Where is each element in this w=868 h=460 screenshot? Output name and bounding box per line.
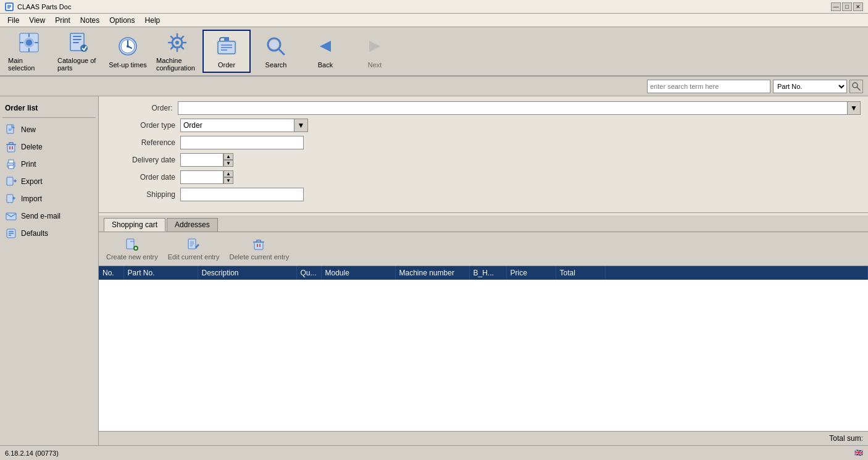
order-date-row: Order date ▲ ▼ [106, 170, 861, 184]
tab-addresses[interactable]: Addresses [167, 218, 218, 232]
edit-current-entry-button[interactable]: Edit current entry [165, 236, 222, 262]
order-type-dropdown: ▼ [180, 119, 308, 132]
col-quantity: Qu... [296, 266, 321, 280]
svg-point-18 [270, 41, 278, 48]
catalogue-icon [66, 31, 91, 54]
order-type-dropdown-button[interactable]: ▼ [294, 119, 308, 132]
search-dropdown[interactable]: Part No. Description Order No. [773, 80, 847, 93]
col-part-no: Part No. [123, 266, 198, 280]
order-type-label: Order type [106, 121, 180, 130]
delivery-date-down[interactable]: ▼ [223, 160, 233, 167]
col-price: Price [506, 266, 556, 280]
order-field-label: Order: [106, 104, 178, 112]
order-date-input[interactable] [180, 170, 223, 184]
shipping-row: Shipping [106, 188, 861, 201]
toolbar-back[interactable]: Back [301, 30, 349, 73]
order-row: Order: ▼ [106, 101, 861, 115]
toolbar-machine-config[interactable]: Machine configuration [153, 30, 201, 73]
search-go-button[interactable] [849, 80, 863, 93]
order-date-up[interactable]: ▲ [223, 170, 233, 177]
shipping-input[interactable] [180, 188, 304, 201]
status-bar: 6.18.2.14 (00773) 🇬🇧 [0, 445, 868, 460]
maximize-button[interactable]: □ [842, 2, 852, 11]
send-email-icon [5, 210, 17, 222]
toolbar-next: Next [351, 30, 399, 73]
content-area: Order: ▼ Order type ▼ Reference Delivery… [99, 96, 868, 445]
next-icon [362, 34, 387, 59]
svg-rect-33 [127, 239, 134, 249]
sidebar-item-defaults[interactable]: Defaults [2, 225, 96, 241]
export-icon [5, 175, 17, 188]
create-new-entry-button[interactable]: Create new entry [104, 236, 161, 262]
delete-current-entry-button[interactable]: Delete current entry [227, 236, 292, 262]
menu-help[interactable]: Help [140, 15, 165, 26]
col-extra [605, 266, 868, 280]
shipping-label: Shipping [106, 190, 180, 199]
close-button[interactable]: ✕ [853, 2, 863, 11]
main-layout: Order list New Delete [0, 96, 868, 445]
col-description: Description [198, 266, 296, 280]
delivery-date-row: Delivery date ▲ ▼ [106, 153, 861, 167]
total-sum-label: Total sum: [829, 434, 863, 443]
svg-rect-29 [7, 177, 13, 185]
delete-entry-icon [252, 237, 267, 252]
edit-entry-label: Edit current entry [168, 253, 220, 261]
toolbar-catalogue[interactable]: Catalogue of parts [54, 30, 102, 73]
toolbar-main-selection[interactable]: Main selection [5, 30, 53, 73]
menu-view[interactable]: View [24, 15, 50, 26]
back-label: Back [318, 61, 333, 69]
svg-rect-7 [73, 42, 79, 43]
sidebar-email-label: Send e-mail [21, 212, 61, 220]
cart-toolbar: Create new entry Edit current entry [99, 232, 868, 266]
toolbar-search[interactable]: Search [252, 30, 300, 73]
sidebar-item-import[interactable]: Import [2, 191, 96, 207]
menu-file[interactable]: File [2, 15, 24, 26]
sidebar-defaults-label: Defaults [21, 229, 48, 238]
toolbar-order[interactable]: Order [202, 30, 251, 73]
minimize-button[interactable]: — [831, 2, 841, 11]
next-label: Next [368, 61, 382, 69]
title-bar: CLAAS Parts Doc — □ ✕ [0, 0, 868, 14]
search-bar: Part No. Description Order No. [0, 77, 868, 96]
create-entry-label: Create new entry [106, 253, 158, 261]
order-date-down[interactable]: ▼ [223, 177, 233, 184]
order-dropdown-button[interactable]: ▼ [848, 101, 861, 115]
menu-print[interactable]: Print [50, 15, 75, 26]
order-input[interactable] [178, 101, 848, 115]
app-title: CLAAS Parts Doc [17, 3, 71, 10]
import-icon [5, 193, 17, 205]
form-divider [99, 212, 868, 213]
create-entry-icon [125, 237, 140, 252]
sidebar-export-label: Export [21, 177, 43, 186]
svg-marker-20 [369, 41, 380, 52]
sidebar-item-send-email[interactable]: Send e-mail [2, 208, 96, 224]
sidebar-item-delete[interactable]: Delete [2, 139, 96, 155]
status-flag: 🇬🇧 [854, 449, 863, 457]
order-type-input[interactable] [180, 119, 294, 132]
search-input[interactable] [647, 80, 770, 93]
sidebar-item-export[interactable]: Export [2, 174, 96, 190]
col-bh: B_H... [469, 266, 506, 280]
sidebar-item-print[interactable]: Print [2, 156, 96, 172]
sidebar-new-label: New [21, 125, 36, 134]
machine-config-label: Machine configuration [156, 57, 198, 72]
sidebar-title: Order list [2, 101, 96, 118]
main-selection-label: Main selection [8, 57, 50, 72]
menu-options[interactable]: Options [104, 15, 140, 26]
menu-bar: File View Print Notes Options Help [0, 14, 868, 27]
delete-icon [5, 141, 17, 153]
toolbar-setup-times[interactable]: Set-up times [104, 30, 152, 73]
tab-shopping-cart[interactable]: Shopping cart [104, 218, 165, 232]
reference-input[interactable] [180, 136, 304, 149]
delivery-date-up[interactable]: ▲ [223, 153, 233, 160]
sidebar-delete-label: Delete [21, 143, 43, 151]
toolbar: Main selection Catalogue of parts [0, 27, 868, 77]
sidebar-item-new[interactable]: New [2, 122, 96, 138]
svg-rect-30 [7, 194, 13, 203]
new-icon [5, 123, 17, 136]
menu-notes[interactable]: Notes [75, 15, 104, 26]
delivery-date-input[interactable] [180, 153, 223, 167]
table-container: No. Part No. Description Qu... Module Ma… [99, 266, 868, 431]
search-toolbar-icon [264, 34, 288, 59]
svg-rect-26 [9, 165, 14, 169]
